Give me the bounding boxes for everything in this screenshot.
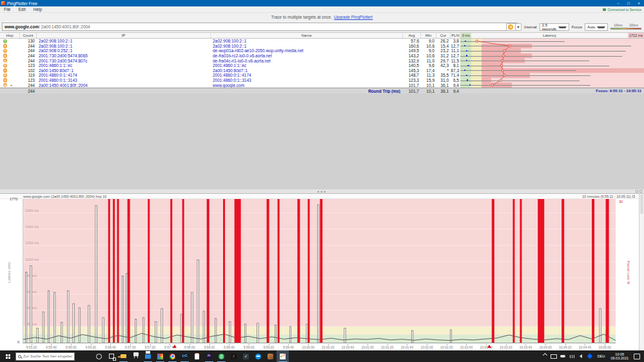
pingplotter-icon[interactable] — [277, 350, 289, 362]
ip-cell: 2001:4860:0:1::3143 — [36, 78, 210, 83]
name-cell: 2a02:908:100:2::1 — [210, 44, 402, 49]
min-cell: 17,4 — [420, 68, 436, 73]
empty-workspace — [0, 93, 644, 189]
photos-icon[interactable] — [154, 350, 166, 362]
cortana-icon[interactable] — [93, 350, 105, 362]
table-row[interactable]: 61232001:4860:1:1::ec2001:4860:1:1::ec14… — [0, 63, 644, 68]
x-tick-label: 10:03:40 — [520, 345, 532, 349]
chevron-down-icon — [597, 26, 605, 30]
timeline-scale[interactable]: 10 minutes (9:55:11 - 10:05:11) — [582, 195, 635, 198]
upgrade-link[interactable]: Upgrade PingPlotter! — [334, 15, 373, 19]
taskbar-search-input[interactable] — [23, 354, 72, 358]
maximize-button[interactable]: □ — [623, 0, 634, 6]
table-row[interactable]: 42442001:730:2d00:5474:8065de-fra01b-rc2… — [0, 53, 644, 59]
premiere-label: Pr — [207, 354, 212, 359]
row-graph-indicator — [10, 48, 19, 53]
mail-icon[interactable] — [142, 350, 154, 362]
menu-help[interactable]: Help — [30, 7, 46, 12]
hop-badge: 4 — [3, 53, 8, 58]
header-min[interactable]: Min — [420, 33, 436, 38]
target-input[interactable]: www.google.com / 2a00:1450:4001:80f::200… — [2, 23, 518, 31]
volume-icon[interactable] — [578, 350, 585, 362]
row-graph-indicator — [10, 78, 19, 83]
panel-option-icon[interactable] — [636, 190, 638, 193]
chevron-up-icon[interactable] — [542, 350, 549, 362]
table-row[interactable]: 91232001:4860:0:1::31432001:4860:0:1::31… — [0, 78, 644, 83]
cur-cell: * — [436, 68, 450, 73]
pl-cell: 3,8 — [450, 39, 460, 44]
cloud-icon[interactable] — [560, 350, 567, 362]
pause-button[interactable] — [506, 23, 516, 31]
table-row[interactable]: 10ılı2442a00:1450:4001:80f::2004www.goog… — [0, 82, 644, 88]
table-row[interactable]: 52442001:730:2d00:5474:807cde-fra04c-ri1… — [0, 58, 644, 63]
header-count[interactable]: Count — [19, 33, 36, 38]
target-address: / 2a00:1450:4001:80f::2004 — [39, 24, 90, 29]
count-cell: 102 — [19, 68, 36, 73]
min-marker — [465, 41, 466, 42]
teamviewer-icon[interactable] — [252, 350, 264, 362]
cur-cell: 31,0 — [436, 78, 450, 83]
header-hop[interactable]: Hop — [0, 33, 19, 38]
x-tick-label: 10:03:20 — [500, 345, 512, 349]
minimize-button[interactable]: – — [613, 0, 623, 6]
lightroom-icon[interactable]: LrC — [179, 350, 191, 362]
table-row[interactable]: 71022a00:1450:80d7::12a00:1450:80d7::114… — [0, 68, 644, 73]
timescale-menu-icon[interactable] — [632, 195, 635, 198]
game-icon[interactable] — [264, 350, 277, 362]
check-icon[interactable]: ✓ — [240, 350, 252, 362]
x-tick-label: 10:01:40 — [401, 345, 413, 349]
scrollbar-thumb[interactable] — [640, 195, 643, 214]
taskbar-search[interactable] — [15, 352, 75, 361]
table-row[interactable]: 81192001:4860:0:1::41742001:4860:0:1::41… — [0, 73, 644, 78]
hop-cell: 1 — [0, 39, 10, 44]
ip-cell: 2001:4860:1:1::ec — [36, 63, 210, 68]
min-marker — [466, 50, 467, 52]
hop-badge: 7 — [3, 68, 8, 73]
pause-dropdown-button[interactable] — [516, 23, 522, 31]
vertical-scrollbar[interactable] — [639, 194, 644, 350]
table-row[interactable]: 22442a02:908:100:2::12a02:908:100:2::116… — [0, 44, 644, 49]
store-icon[interactable] — [130, 350, 142, 362]
event-marker-icon — [487, 345, 491, 348]
taskbar-clock[interactable]: 10:05 09.03.2021 — [609, 352, 630, 360]
header-ip[interactable]: IP — [36, 33, 210, 38]
header-avg[interactable]: Avg — [402, 33, 420, 38]
panel-option-icon[interactable] — [639, 190, 642, 193]
interval-select[interactable]: 2.5 seconds — [540, 23, 569, 31]
chrome-icon[interactable] — [166, 350, 179, 362]
table-row[interactable]: 11302a02:908:100:2::12a02:908:100:2::157… — [0, 39, 644, 44]
y-axis-min: 0 — [17, 340, 19, 344]
bolt-icon[interactable] — [228, 350, 240, 362]
start-button[interactable] — [0, 350, 15, 362]
timeline-plot[interactable]: 200 ms400 ms600 ms800 ms1000 ms1200 ms14… — [23, 199, 616, 343]
file-explorer-icon[interactable] — [117, 350, 130, 362]
cur-cell: 29,7 — [436, 58, 450, 63]
document-icon[interactable] — [191, 350, 203, 362]
focus-select[interactable]: Auto — [585, 23, 608, 31]
header-name[interactable]: Name — [210, 33, 402, 38]
header-cur[interactable]: Cur — [436, 33, 450, 38]
ip-cell: 2a00:1450:4001:80f::2004 — [36, 82, 210, 88]
round-trip-label: Round Trip (ms) — [210, 88, 402, 93]
premiere-icon[interactable]: Pr — [203, 350, 215, 362]
count-cell: 119 — [19, 73, 36, 78]
keyboard-layout[interactable]: DEU — [596, 354, 607, 358]
menu-edit[interactable]: Edit — [14, 7, 29, 12]
dropbox-icon[interactable] — [587, 350, 594, 362]
count-cell: 123 — [19, 63, 36, 68]
hop-badge: 5 — [3, 59, 8, 63]
menu-file[interactable]: File — [0, 7, 14, 12]
ip-cell: 2001:4860:0:1::4174 — [36, 73, 210, 78]
header-pl[interactable]: PL% — [450, 33, 460, 38]
network-icon[interactable] — [569, 350, 576, 362]
hop-cell: 3 — [0, 48, 10, 53]
task-view-icon[interactable] — [105, 350, 117, 362]
spotify-icon[interactable] — [215, 350, 228, 362]
row-graph-indicator — [10, 58, 19, 63]
min-cell: 9,0 — [420, 39, 436, 44]
close-button[interactable]: × — [634, 0, 644, 6]
x-tick-label: 10:02:20 — [440, 345, 453, 349]
display-icon[interactable] — [551, 350, 558, 362]
table-row[interactable]: 32442a02:908:0:252::1de-wup01a-rd02-ae10… — [0, 48, 644, 53]
action-center-icon[interactable] — [632, 350, 641, 362]
